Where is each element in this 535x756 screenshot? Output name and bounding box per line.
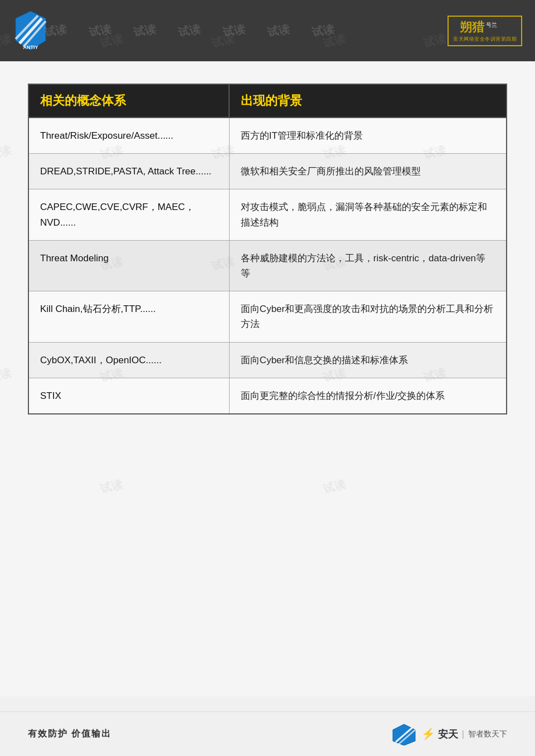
header-right-subtitle: 安天网络安全冬训营第四期	[453, 36, 517, 43]
col1-header: 相关的概念体系	[28, 84, 229, 118]
header-watermarks: 试读 试读 试读 试读 试读 试读 试读	[45, 0, 446, 61]
table-row: Threat Modeling各种威胁建模的方法论，工具，risk-centri…	[28, 240, 507, 291]
footer-brand-name: ⚡ 安天	[421, 727, 458, 741]
table-row: Kill Chain,钻石分析,TTP......面向Cyber和更高强度的攻击…	[28, 291, 507, 342]
body-watermark-18: 试读	[99, 476, 124, 496]
table-cell-col1: Threat/Risk/Exposure/Asset......	[28, 118, 229, 154]
table-cell-col1: STIX	[28, 378, 229, 414]
table-row: DREAD,STRIDE,PASTA, Attack Tree......微软和…	[28, 154, 507, 189]
header-right-logo: 朔猎 号兰 安天网络安全冬训营第四期	[446, 11, 524, 50]
table-cell-col1: Threat Modeling	[28, 240, 229, 291]
col2-header: 出现的背景	[229, 84, 507, 118]
header-watermark-4: 试读	[177, 21, 202, 40]
content-table: 相关的概念体系 出现的背景 Threat/Risk/Exposure/Asset…	[28, 84, 507, 414]
header-watermark-5: 试读	[222, 21, 246, 40]
table-cell-col1: Kill Chain,钻石分析,TTP......	[28, 291, 229, 342]
table-cell-col2: 微软和相关安全厂商所推出的风险管理模型	[229, 154, 507, 189]
table-cell-col2: 对攻击模式，脆弱点，漏洞等各种基础的安全元素的标定和描述结构	[229, 189, 507, 240]
footer: 有效防护 价值输出 ⚡ 安天 | 智者数天下	[0, 711, 535, 756]
table-row: STIX面向更完整的综合性的情报分析/作业/交换的体系	[28, 378, 507, 414]
table-cell-col2: 面向Cyber和更高强度的攻击和对抗的场景的分析工具和分析方法	[229, 291, 507, 342]
footer-tagline: 有效防护 价值输出	[28, 728, 111, 740]
table-cell-col1: CAPEC,CWE,CVE,CVRF，MAEC，NVD......	[28, 189, 229, 240]
table-cell-col2: 面向Cyber和信息交换的描述和标准体系	[229, 342, 507, 378]
table-cell-col2: 西方的IT管理和标准化的背景	[229, 118, 507, 154]
header-watermark-6: 试读	[266, 21, 291, 40]
table-row: CybOX,TAXII，OpenIOC......面向Cyber和信息交换的描述…	[28, 342, 507, 378]
table-cell-col1: CybOX,TAXII，OpenIOC......	[28, 342, 229, 378]
table-row: CAPEC,CWE,CVE,CVRF，MAEC，NVD......对攻击模式，脆…	[28, 189, 507, 240]
svg-text:朔猎: 朔猎	[459, 20, 485, 34]
right-logo-icon: 朔猎 号兰	[457, 19, 513, 36]
footer-antiy-icon	[390, 723, 418, 745]
footer-right: ⚡ 安天 | 智者数天下	[390, 723, 507, 745]
table-header-row: 相关的概念体系 出现的背景	[28, 84, 507, 118]
table-cell-col2: 各种威胁建模的方法论，工具，risk-centric，data-driven等等	[229, 240, 507, 291]
body-watermark-19: 试读	[322, 476, 347, 496]
table-cell-col2: 面向更完整的综合性的情报分析/作业/交换的体系	[229, 378, 507, 414]
table-cell-col1: DREAD,STRIDE,PASTA, Attack Tree......	[28, 154, 229, 189]
header-watermark-3: 试读	[133, 21, 157, 40]
body-watermark-14: 试读	[0, 365, 13, 385]
svg-text:号兰: 号兰	[486, 22, 497, 28]
table-row: Threat/Risk/Exposure/Asset......西方的IT管理和…	[28, 118, 507, 154]
header-watermark-7: 试读	[311, 21, 335, 40]
svg-text:ANTIY: ANTIY	[23, 45, 38, 50]
main-content: 试读 试读 试读 试读 试读 试读 试读 试读 试读 试读 试读 试读 试读 试…	[0, 61, 535, 696]
body-watermark-6: 试读	[0, 142, 13, 162]
header: ANTIY 试读 试读 试读 试读 试读 试读 试读 朔猎 号兰 安天网络安全冬…	[0, 0, 535, 61]
header-watermark-1: 试读	[43, 21, 68, 40]
footer-brand-sub: 智者数天下	[468, 729, 507, 739]
header-watermark-2: 试读	[88, 21, 113, 40]
footer-brand: ⚡ 安天 | 智者数天下	[421, 727, 507, 741]
